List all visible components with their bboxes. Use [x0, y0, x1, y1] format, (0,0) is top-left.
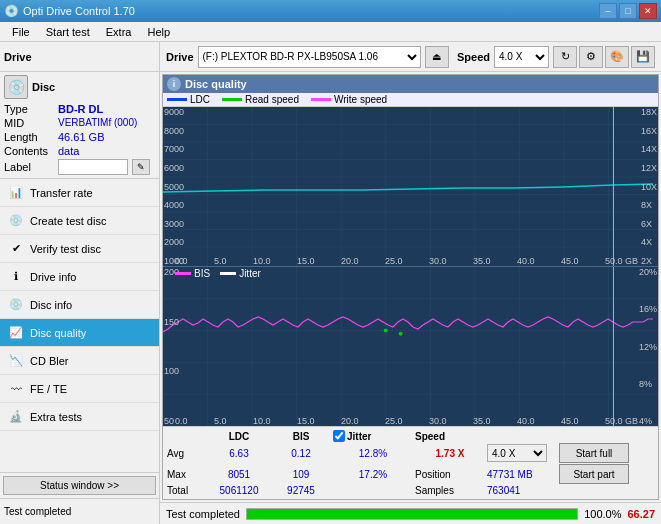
label-edit-button[interactable]: ✎	[132, 159, 150, 175]
create-test-icon: 💿	[8, 213, 24, 229]
total-samples: 763041	[487, 485, 557, 496]
close-button[interactable]: ✕	[639, 3, 657, 19]
chart-container: i Disc quality LDC Read speed Write spee…	[162, 74, 659, 500]
samples-label: Samples	[415, 485, 485, 496]
fe-te-icon: 〰	[8, 381, 24, 397]
speed-label: Speed	[457, 51, 490, 63]
length-value: 46.61 GB	[58, 131, 104, 143]
sidebar-item-verify-test-disc[interactable]: ✔ Verify test disc	[0, 235, 159, 263]
disc-panel: 💿 Disc Type BD-R DL MID VERBATIMf (000) …	[0, 72, 159, 179]
app-title: Opti Drive Control 1.70	[23, 5, 135, 17]
contents-label: Contents	[4, 145, 54, 157]
result-value: 66.27	[627, 508, 655, 520]
eject-button[interactable]: ⏏	[425, 46, 449, 68]
max-ldc: 8051	[209, 469, 269, 480]
disc-icon: 💿	[4, 75, 28, 99]
chart-top: 9000 8000 7000 6000 5000 4000 3000 2000 …	[163, 107, 658, 267]
max-jitter: 17.2%	[333, 469, 413, 480]
titlebar: 💿 Opti Drive Control 1.70 – □ ✕	[0, 0, 661, 22]
svg-point-36	[384, 329, 388, 333]
progress-bar-fill	[247, 509, 577, 519]
sidebar-item-cd-bler[interactable]: 📉 CD Bler	[0, 347, 159, 375]
speed-header: Speed	[415, 431, 485, 442]
status-window-button[interactable]: Status window >>	[3, 476, 156, 495]
bottom-statusbar: Test completed 100.0% 66.27	[160, 502, 661, 524]
bottom-chart-legend: BIS Jitter	[175, 268, 261, 279]
menu-extra[interactable]: Extra	[98, 24, 140, 40]
status-text: Test completed	[4, 506, 71, 517]
transfer-rate-icon: 📊	[8, 185, 24, 201]
sidebar-item-disc-quality[interactable]: 📈 Disc quality	[0, 319, 159, 347]
drive-toolbar: Drive	[0, 42, 160, 72]
chart-bottom-svg	[163, 267, 658, 426]
stats-area: LDC BIS Jitter Speed Avg 6.63 0.12 12.8%	[163, 426, 658, 499]
speed-select[interactable]: 4.0 X	[494, 46, 549, 68]
legend-read-speed: Read speed	[222, 94, 299, 105]
max-bis: 109	[271, 469, 331, 480]
progress-bar-container	[246, 508, 578, 520]
type-label: Type	[4, 103, 54, 115]
start-part-button[interactable]: Start part	[559, 464, 629, 484]
extra-tests-icon: 🔬	[8, 409, 24, 425]
disc-quality-icon: 📈	[8, 325, 24, 341]
jitter-checkbox[interactable]	[333, 430, 345, 442]
content-area: Drive (F:) PLEXTOR BD-R PX-LB950SA 1.06 …	[160, 42, 661, 524]
sidebar-item-extra-tests[interactable]: 🔬 Extra tests	[0, 403, 159, 431]
jitter-check: Jitter	[333, 430, 413, 442]
avg-bis: 0.12	[271, 448, 331, 459]
sidebar-item-create-test-disc[interactable]: 💿 Create test disc	[0, 207, 159, 235]
verify-test-icon: ✔	[8, 241, 24, 257]
progress-percent: 100.0%	[584, 508, 621, 520]
avg-label: Avg	[167, 448, 207, 459]
jitter-label: Jitter	[347, 431, 371, 442]
status-text-bottom: Test completed	[166, 508, 240, 520]
menu-start-test[interactable]: Start test	[38, 24, 98, 40]
total-bis: 92745	[271, 485, 331, 496]
chart-header-icon: i	[167, 77, 181, 91]
speed-result-select[interactable]: 4.0 X	[487, 444, 547, 462]
mid-value: VERBATIMf (000)	[58, 117, 137, 129]
legend-ldc: LDC	[167, 94, 210, 105]
cd-bler-icon: 📉	[8, 353, 24, 369]
drive-select-toolbar: Drive (F:) PLEXTOR BD-R PX-LB950SA 1.06 …	[160, 42, 661, 72]
total-label: Total	[167, 485, 207, 496]
start-full-button[interactable]: Start full	[559, 443, 629, 463]
disc-title: Disc	[32, 81, 55, 93]
avg-ldc: 6.63	[209, 448, 269, 459]
chart-top-svg	[163, 107, 658, 266]
position-label: Position	[415, 469, 485, 480]
legend-write-speed: Write speed	[311, 94, 387, 105]
disc-info-icon: 💿	[8, 297, 24, 313]
label-input[interactable]	[58, 159, 128, 175]
chart-bottom: BIS Jitter	[163, 267, 658, 426]
sidebar-item-transfer-rate[interactable]: 📊 Transfer rate	[0, 179, 159, 207]
chart-title: Disc quality	[185, 78, 247, 90]
refresh-button[interactable]: ↻	[553, 46, 577, 68]
menu-file[interactable]: File	[4, 24, 38, 40]
contents-value: data	[58, 145, 79, 157]
avg-speed: 1.73 X	[415, 448, 485, 459]
chart-header: i Disc quality	[163, 75, 658, 93]
drive-info-icon: ℹ	[8, 269, 24, 285]
ldc-header: LDC	[209, 431, 269, 442]
length-label: Length	[4, 131, 54, 143]
sidebar-item-disc-info[interactable]: 💿 Disc info	[0, 291, 159, 319]
palette-button[interactable]: 🎨	[605, 46, 629, 68]
max-position: 47731 MB	[487, 469, 557, 480]
sidebar-item-drive-info[interactable]: ℹ Drive info	[0, 263, 159, 291]
max-label: Max	[167, 469, 207, 480]
drive-select-label: Drive	[166, 51, 194, 63]
label-label: Label	[4, 161, 54, 173]
menubar: File Start test Extra Help	[0, 22, 661, 42]
menu-help[interactable]: Help	[139, 24, 178, 40]
drive-select[interactable]: (F:) PLEXTOR BD-R PX-LB950SA 1.06	[198, 46, 421, 68]
maximize-button[interactable]: □	[619, 3, 637, 19]
sidebar: Drive 💿 Disc Type BD-R DL MID VERBATIMf …	[0, 42, 160, 524]
chart-legend: LDC Read speed Write speed	[163, 93, 658, 107]
avg-jitter: 12.8%	[333, 448, 413, 459]
minimize-button[interactable]: –	[599, 3, 617, 19]
save-button[interactable]: 💾	[631, 46, 655, 68]
statusbar: Test completed	[0, 498, 159, 524]
settings-button[interactable]: ⚙	[579, 46, 603, 68]
sidebar-item-fe-te[interactable]: 〰 FE / TE	[0, 375, 159, 403]
